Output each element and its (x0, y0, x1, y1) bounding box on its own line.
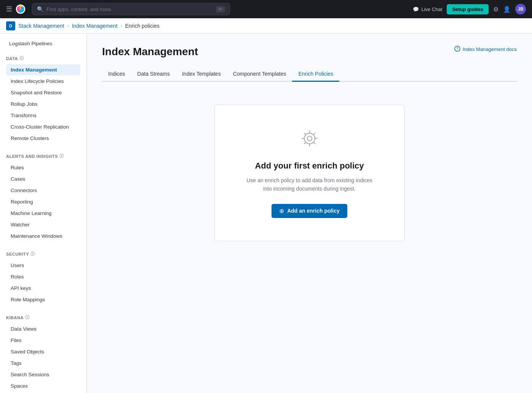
sidebar-item-logstash-pipelines[interactable]: Logstash Pipelines (5, 38, 82, 49)
sidebar-item-connectors[interactable]: Connectors (6, 185, 80, 196)
sidebar-item-roles[interactable]: Roles (6, 271, 80, 282)
tab-index-templates[interactable]: Index Templates (176, 67, 227, 82)
elastic-logo (15, 4, 26, 14)
sidebar-item-reporting[interactable]: Reporting (6, 196, 80, 207)
page-header: Index Management ? Index Management docs (102, 46, 517, 58)
sidebar-item-cross-cluster-replication[interactable]: Cross-Cluster Replication (6, 121, 80, 132)
add-enrich-policy-button[interactable]: ⊕ Add an enrich policy (272, 204, 347, 218)
space-badge: D (6, 21, 15, 30)
sidebar-section-data: Data ⓘ Index Management Index Lifecycle … (0, 49, 86, 147)
search-keyboard-shortcut: ⌘/ (216, 6, 225, 13)
sidebar-section-security: Security ⓘ Users Roles API keys Role Map… (0, 245, 86, 309)
sidebar-section-label-kibana: Kibana ⓘ (6, 315, 80, 323)
setup-guides-button[interactable]: Setup guides (447, 4, 489, 14)
breadcrumb-current: Enrich policies (125, 23, 159, 29)
tab-component-templates[interactable]: Component Templates (227, 67, 292, 82)
breadcrumb-space: D (6, 21, 15, 30)
svg-point-8 (307, 136, 312, 141)
search-input[interactable] (46, 6, 213, 12)
sidebar-section-label-security: Security ⓘ (6, 251, 80, 260)
breadcrumb-bar: D Stack Management › Index Management › … (0, 18, 532, 33)
help-icon[interactable]: ⚙ (493, 6, 498, 13)
sidebar-item-files[interactable]: Files (6, 335, 80, 346)
sidebar-item-api-keys[interactable]: API keys (6, 283, 80, 294)
sidebar-item-data-views[interactable]: Data Views (6, 323, 80, 334)
sidebar-item-search-sessions[interactable]: Search Sessions (6, 369, 80, 380)
menu-toggle-icon[interactable]: ☰ (6, 5, 12, 13)
sidebar-item-role-mappings[interactable]: Role Mappings (6, 294, 80, 305)
svg-line-13 (304, 133, 306, 135)
empty-state: Add your first enrich policy Use an enri… (214, 105, 405, 241)
logo-area: ☰ (6, 4, 26, 14)
svg-line-16 (304, 142, 306, 144)
tab-enrich-policies[interactable]: Enrich Policies (292, 67, 339, 82)
docs-icon: ? (454, 46, 460, 53)
svg-line-15 (313, 133, 315, 135)
alerts-info-icon[interactable]: ⓘ (59, 153, 64, 159)
sidebar-section-alerts: Alerts and Insights ⓘ Rules Cases Connec… (0, 147, 86, 245)
svg-text:?: ? (456, 47, 459, 51)
empty-state-icon (245, 128, 374, 153)
live-chat-button[interactable]: 💬 Live Chat (413, 6, 442, 12)
page-title: Index Management (102, 46, 198, 58)
sidebar-item-transforms[interactable]: Transforms (6, 110, 80, 121)
top-navigation: ☰ 🔍 ⌘/ 💬 Live Chat Setup guides ⚙ 👤 JB (0, 0, 532, 18)
sidebar-item-rules[interactable]: Rules (6, 162, 80, 173)
svg-point-4 (21, 6, 24, 12)
add-icon: ⊕ (279, 207, 284, 215)
sidebar-item-cases[interactable]: Cases (6, 173, 80, 185)
sidebar-item-maintenance-windows[interactable]: Maintenance Windows (6, 231, 80, 242)
sidebar-item-users[interactable]: Users (6, 260, 80, 271)
sidebar-item-watcher[interactable]: Watcher (6, 219, 80, 230)
empty-state-description: Use an enrich policy to add data from ex… (245, 176, 374, 193)
sidebar-section-label-data: Data ⓘ (6, 56, 80, 64)
tabs: Indices Data Streams Index Templates Com… (102, 67, 517, 82)
page-layout: Logstash Pipelines Data ⓘ Index Manageme… (0, 33, 532, 393)
tab-data-streams[interactable]: Data Streams (131, 67, 176, 82)
kibana-info-icon[interactable]: ⓘ (25, 315, 30, 320)
sidebar-item-tags[interactable]: Tags (6, 358, 80, 369)
sidebar-item-index-lifecycle-policies[interactable]: Index Lifecycle Policies (6, 76, 80, 87)
nav-actions: 💬 Live Chat Setup guides ⚙ 👤 JB (413, 4, 526, 14)
docs-link[interactable]: ? Index Management docs (454, 46, 517, 53)
sidebar-item-rollup-jobs[interactable]: Rollup Jobs (6, 99, 80, 110)
main-content: Index Management ? Index Management docs… (87, 33, 532, 393)
sidebar: Logstash Pipelines Data ⓘ Index Manageme… (0, 33, 87, 393)
sidebar-item-spaces[interactable]: Spaces (6, 380, 80, 391)
users-icon[interactable]: 👤 (503, 6, 511, 13)
sidebar-section-kibana: Kibana ⓘ Data Views Files Saved Objects … (0, 309, 86, 393)
data-info-icon[interactable]: ⓘ (19, 56, 24, 61)
sidebar-item-saved-objects[interactable]: Saved Objects (6, 346, 80, 357)
empty-state-title: Add your first enrich policy (245, 161, 374, 171)
svg-line-14 (313, 142, 315, 144)
sidebar-item-remote-clusters[interactable]: Remote Clusters (6, 133, 80, 144)
breadcrumb-sep-2: › (120, 23, 122, 29)
sidebar-item-snapshot-restore[interactable]: Snapshot and Restore (6, 87, 80, 98)
security-info-icon[interactable]: ⓘ (30, 251, 35, 257)
sidebar-item-machine-learning[interactable]: Machine Learning (6, 208, 80, 219)
global-search-bar[interactable]: 🔍 ⌘/ (32, 3, 230, 15)
breadcrumb-sep-1: › (67, 23, 69, 29)
breadcrumb-stack-management[interactable]: Stack Management (18, 23, 64, 29)
empty-state-container: Add your first enrich policy Use an enri… (102, 82, 517, 264)
avatar[interactable]: JB (515, 4, 526, 14)
svg-point-3 (17, 6, 20, 12)
tab-indices[interactable]: Indices (102, 67, 131, 82)
search-icon: 🔍 (37, 6, 43, 12)
chat-icon: 💬 (413, 6, 419, 12)
sidebar-item-index-management[interactable]: Index Management (6, 64, 80, 75)
sidebar-section-label-alerts: Alerts and Insights ⓘ (6, 153, 80, 162)
breadcrumb-index-management[interactable]: Index Management (72, 23, 118, 29)
